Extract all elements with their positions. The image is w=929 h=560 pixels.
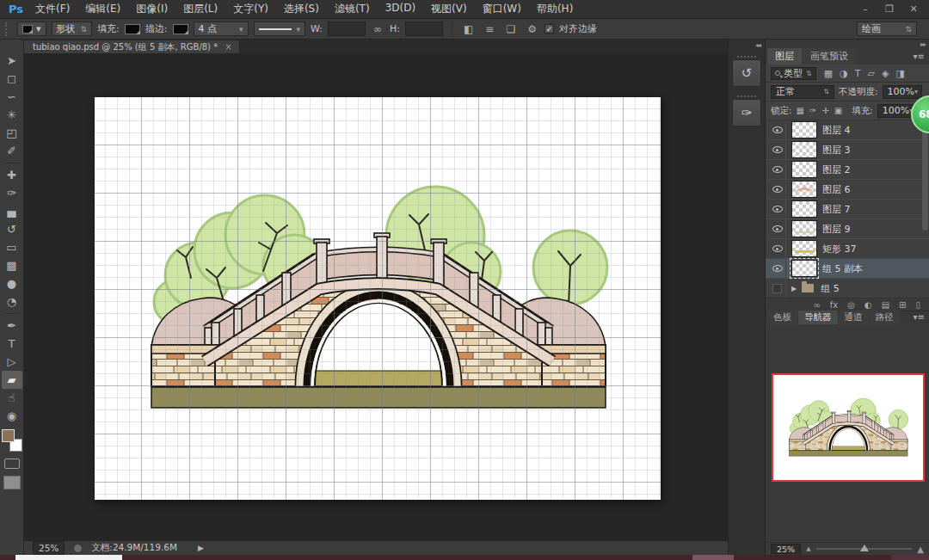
zoom-tool[interactable]: ◉ <box>2 407 22 425</box>
opacity-select[interactable]: 100%▾ <box>883 85 922 99</box>
layer-row[interactable]: 图层 6 <box>766 180 929 200</box>
fill-swatch[interactable] <box>125 24 140 34</box>
filter-smart-objects-icon[interactable]: ◈ <box>882 68 889 79</box>
menu-item-编辑[interactable]: 编辑(E) <box>85 2 120 16</box>
group-disclosure-icon[interactable]: ▶ <box>791 285 797 292</box>
layer-row[interactable]: 图层 2 <box>766 160 929 180</box>
layer-row[interactable]: 图层 3 <box>766 140 929 160</box>
brush-panel-button[interactable]: ✑ <box>732 99 761 126</box>
path-alignment-icon[interactable]: ≡ <box>483 23 496 35</box>
visibility-toggle[interactable] <box>769 239 786 259</box>
eyedropper-tool[interactable]: ✐ <box>2 142 22 160</box>
blend-mode-select[interactable]: 正常⇅ <box>771 85 834 99</box>
taskbar-item[interactable] <box>692 555 734 560</box>
canvas-viewport[interactable] <box>24 53 728 540</box>
add-mask-icon[interactable]: ◎ <box>847 300 855 310</box>
magic-wand-tool[interactable]: ✳ <box>2 106 22 124</box>
visibility-toggle[interactable] <box>769 219 786 239</box>
rectangle-tool[interactable]: ▰ <box>2 371 22 389</box>
layers-scrollbar[interactable] <box>922 127 928 231</box>
gear-icon[interactable]: ⚙ <box>525 23 539 35</box>
panel-menu-icon[interactable]: ▾≡ <box>914 52 925 61</box>
navigator-menu-icon[interactable]: ▾≡ <box>914 312 925 322</box>
menu-item-图层[interactable]: 图层(L) <box>183 2 218 16</box>
tab-路径[interactable]: 路径 <box>870 311 900 324</box>
tab-图层[interactable]: 图层 <box>767 48 802 65</box>
eraser-tool[interactable]: ▭ <box>2 238 22 256</box>
tab-色板[interactable]: 色板 <box>767 311 797 324</box>
blur-tool[interactable]: ● <box>2 274 22 292</box>
menu-item-文字[interactable]: 文字(Y) <box>233 2 268 16</box>
filter-type-layers-icon[interactable]: T <box>855 68 861 79</box>
menu-item-帮助[interactable]: 帮助(H) <box>537 2 573 16</box>
history-brush-tool[interactable]: ↺ <box>2 220 22 238</box>
healing-brush-tool[interactable]: ✚ <box>2 166 22 184</box>
menu-item-文件[interactable]: 文件(F) <box>35 2 70 16</box>
status-menu-arrow-icon[interactable]: ▶ <box>198 544 204 552</box>
lock-transparent-icon[interactable]: ▦ <box>797 106 804 115</box>
layer-row[interactable]: 图层 7 <box>766 200 929 219</box>
tab-画笔预设[interactable]: 画笔预设 <box>803 48 856 65</box>
expand-panels-icon[interactable]: ◂◂ <box>729 40 765 51</box>
marquee-tool[interactable]: ◻ <box>2 70 22 88</box>
path-arrange-icon[interactable]: ❏ <box>503 23 518 35</box>
brush-tool[interactable]: ✑ <box>2 184 22 202</box>
layer-row[interactable]: 图层 9 <box>766 219 929 239</box>
hand-tool[interactable]: ☝ <box>2 389 22 407</box>
tool-preset-picker[interactable]: ▾ <box>17 22 46 36</box>
link-dimensions-icon[interactable]: ∞ <box>371 23 385 35</box>
new-group-icon[interactable]: ▤ <box>882 300 889 310</box>
navigator-zoom-slider[interactable] <box>816 548 913 550</box>
visibility-toggle[interactable] <box>769 160 786 180</box>
clone-stamp-tool[interactable]: ▄ <box>2 202 22 220</box>
gradient-tool[interactable]: ▩ <box>2 256 22 274</box>
visibility-toggle[interactable] <box>769 279 786 298</box>
visibility-toggle[interactable] <box>769 140 786 160</box>
minimize-button[interactable]: – <box>855 3 876 15</box>
restore-button[interactable]: ❐ <box>879 3 900 15</box>
tab-导航器[interactable]: 导航器 <box>798 311 838 324</box>
visibility-toggle[interactable] <box>769 120 786 140</box>
filter-shape-layers-icon[interactable]: ▱ <box>867 68 874 79</box>
lasso-tool[interactable]: ∽ <box>2 88 22 106</box>
taskbar-active-item[interactable] <box>15 555 122 560</box>
pen-tool[interactable]: ✒ <box>2 317 22 335</box>
foreground-color-swatch[interactable] <box>2 429 15 442</box>
layer-row[interactable]: ▶组 5 <box>766 279 929 298</box>
canvas[interactable] <box>95 97 661 500</box>
stroke-swatch[interactable] <box>173 24 188 34</box>
tool-mode-select[interactable]: 形状⇅ <box>52 22 93 36</box>
dodge-tool[interactable]: ◔ <box>2 292 22 311</box>
document-tab[interactable]: tubiao qiao.psd @ 25% (组 5 副本, RGB/8) * … <box>24 40 240 53</box>
visibility-toggle[interactable] <box>769 200 786 219</box>
layer-row[interactable]: 组 5 副本 <box>766 259 929 279</box>
stroke-style-select[interactable]: ▾ <box>254 22 306 36</box>
layer-effects-icon[interactable]: fx <box>830 300 838 310</box>
windows-taskbar[interactable] <box>0 555 929 560</box>
screen-mode-button[interactable] <box>3 476 21 489</box>
zoom-out-icon[interactable]: ▲ <box>806 545 810 552</box>
crop-tool[interactable]: ◰ <box>2 124 22 142</box>
type-tool[interactable]: T <box>2 335 22 353</box>
visibility-toggle[interactable] <box>769 259 786 279</box>
menu-item-选择[interactable]: 选择(S) <box>284 2 319 16</box>
link-layers-icon[interactable]: ∞ <box>813 300 820 310</box>
workspace-select[interactable]: 绘画⇅ <box>857 22 917 36</box>
lock-move-icon[interactable]: ✛ <box>821 106 828 115</box>
close-button[interactable]: ✕ <box>903 3 924 15</box>
lock-all-icon[interactable]: ▣ <box>834 106 842 115</box>
menu-item-滤镜[interactable]: 滤镜(T) <box>335 2 370 16</box>
menu-item-窗口[interactable]: 窗口(W) <box>483 2 521 16</box>
height-input[interactable] <box>405 22 443 36</box>
stroke-width-select[interactable]: 4 点▾ <box>194 22 249 36</box>
layer-row[interactable]: 矩形 37 <box>766 239 929 259</box>
filter-toggle-icon[interactable]: ◨ <box>895 68 904 79</box>
navigator-zoom-input[interactable]: 25% <box>771 544 801 554</box>
menu-item-图像[interactable]: 图像(I) <box>136 2 168 16</box>
status-zoom-input[interactable]: 25% <box>33 541 65 555</box>
zoom-in-icon[interactable]: ▲ <box>917 545 924 554</box>
quick-mask-button[interactable] <box>4 458 20 469</box>
layer-row[interactable]: 图层 4 <box>766 120 929 140</box>
visibility-toggle[interactable] <box>769 180 786 200</box>
collapse-panels-icon[interactable]: ▸▸ <box>766 40 929 48</box>
